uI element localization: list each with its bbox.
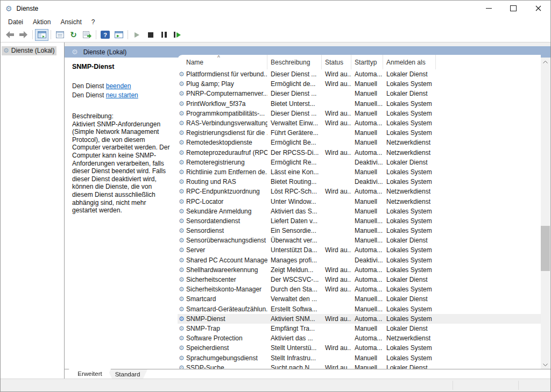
table-row[interactable]: ⚙ Remoteregistrierung Ermöglicht Re... D… <box>178 158 541 167</box>
service-logon-cell: Lokales System <box>383 354 436 362</box>
service-name-cell: ⚙ Smartcard <box>178 295 267 303</box>
service-logon-cell: Lokales System <box>383 266 436 274</box>
service-name-cell: ⚙ Plattformdienst für verbund... <box>178 70 267 78</box>
service-status-cell: Wird au... <box>322 188 351 195</box>
forward-button[interactable] <box>17 29 30 41</box>
service-logon-cell: Lokaler Dienst <box>383 70 436 78</box>
menu-ansicht[interactable]: Ansicht <box>55 17 86 27</box>
scroll-down-button[interactable] <box>541 361 550 369</box>
export-list-icon <box>83 31 91 38</box>
menu-aktion[interactable]: Aktion <box>28 17 55 27</box>
table-row[interactable]: ⚙ Sensordienst Ein Sensordie... Manuell.… <box>178 226 541 236</box>
service-gear-icon: ⚙ <box>179 325 186 332</box>
window-title: Dienste <box>17 5 39 12</box>
window-body: ⚙ Dienste (Lokal) ⚙ Dienste (Lokal) SNMP… <box>1 42 550 379</box>
minimize-button[interactable] <box>476 1 501 16</box>
table-row[interactable]: ⚙ Shellhardwareerkennung Zeigt Meldun...… <box>178 265 541 275</box>
table-row[interactable]: ⚙ Sensorüberwachungsdienst Überwacht ver… <box>178 236 541 245</box>
tree-item-dienste-lokal[interactable]: ⚙ Dienste (Lokal) <box>2 46 56 55</box>
table-row[interactable]: ⚙ Sicherheitscenter Der WSCSVC-... Wird … <box>178 275 541 284</box>
restart-service-button[interactable] <box>171 29 184 41</box>
table-row[interactable]: ⚙ Server Unterstützt Da... Wird au... Au… <box>178 245 541 255</box>
table-row[interactable]: ⚙ Routing und RAS Bietet Routing... Deak… <box>178 177 541 187</box>
table-row[interactable]: ⚙ Remoteprozeduraufruf (RPC) Der RPCSS-D… <box>178 148 541 158</box>
column-header-beschreibung[interactable]: Beschreibung <box>267 55 322 69</box>
menu-datei[interactable]: Datei <box>3 17 28 27</box>
table-row[interactable]: ⚙ Software Protection Aktiviert das ... … <box>178 333 541 343</box>
pause-service-button[interactable] <box>157 29 171 41</box>
restart-service-link[interactable]: neu starten <box>106 91 138 99</box>
service-gear-icon: ⚙ <box>179 90 186 97</box>
table-row[interactable]: ⚙ PNRP-Computernamenver... Dieser Dienst… <box>178 89 541 98</box>
table-row[interactable]: ⚙ Plattformdienst für verbund... Dieser … <box>178 69 541 79</box>
service-name-cell: ⚙ Programmkompatibilitäts-... <box>178 110 267 117</box>
refresh-icon: ↻ <box>70 31 77 39</box>
table-row[interactable]: ⚙ Sekundäre Anmeldung Aktiviert das S...… <box>178 206 541 216</box>
tab-standard[interactable]: Standard <box>108 369 147 379</box>
start-service-button[interactable] <box>130 29 144 41</box>
table-row[interactable]: ⚙ Remotedesktopdienste Ermöglicht Be... … <box>178 138 541 147</box>
table-row[interactable]: ⚙ Programmkompatibilitäts-... Dieser Die… <box>178 109 541 118</box>
table-row[interactable]: ⚙ Smartcard Verwaltet den ... Manuell...… <box>178 294 541 304</box>
table-row[interactable]: ⚙ SNMP-Trap Empfängt Tra... Manuell Loka… <box>178 324 541 333</box>
vertical-scrollbar[interactable] <box>541 58 550 369</box>
table-row[interactable]: ⚙ RPC-Endpunktzuordnung Löst RPC-Sch... … <box>178 187 541 196</box>
service-gear-icon: ⚙ <box>179 227 186 234</box>
stop-service-link[interactable]: beenden <box>106 82 131 90</box>
column-header-starttyp[interactable]: Starttyp <box>351 55 383 69</box>
stop-service-icon <box>148 32 153 38</box>
table-row[interactable]: ⚙ Shared PC Account Manager Manages prof… <box>178 255 541 265</box>
service-logon-cell: Lokaler Dienst <box>383 159 436 166</box>
export-list-button[interactable] <box>80 29 94 41</box>
column-header-name[interactable]: Name <box>178 55 267 69</box>
stop-service-button[interactable] <box>144 29 157 41</box>
extended-info-pane: SNMP-Dienst Den Dienst beenden Den Diens… <box>65 58 178 369</box>
view-tabs: Erweitert Standard <box>65 369 550 379</box>
menu-help[interactable]: ? <box>87 17 100 27</box>
help-button[interactable]: ? <box>98 29 112 41</box>
service-name-cell: ⚙ SNMP-Dienst <box>178 315 267 323</box>
service-description-cell: Stellt Unterstü... <box>267 344 322 352</box>
service-startup-cell: Deaktivi... <box>351 178 383 186</box>
table-row[interactable]: ⚙ Plug &amp; Play Ermöglicht de... Wird … <box>178 79 541 89</box>
table-row[interactable]: ⚙ RPC-Locator Unter Window... Manuell Ne… <box>178 196 541 206</box>
service-description-cell: Dieser Dienst ... <box>267 110 322 117</box>
scrollbar-thumb[interactable] <box>541 226 550 271</box>
service-logon-cell: Lokales System <box>383 80 436 88</box>
tab-erweitert[interactable]: Erweitert <box>69 369 111 379</box>
table-row[interactable]: ⚙ Sicherheitskonto-Manager Durch den Sta… <box>178 284 541 294</box>
service-gear-icon: ⚙ <box>179 247 186 253</box>
column-header-status[interactable]: Status <box>322 55 351 69</box>
service-logon-cell: Lokales System <box>383 110 436 117</box>
column-header-anmelden-als[interactable]: Anmelden als <box>383 55 436 69</box>
table-row[interactable]: ⚙ RAS-Verbindungsverwaltung Verwaltet Ei… <box>178 118 541 128</box>
close-icon <box>535 5 541 11</box>
service-name-cell: ⚙ Shellhardwareerkennung <box>178 266 267 274</box>
chevron-up-icon <box>543 61 548 63</box>
service-description-cell: Empfängt Tra... <box>267 325 322 332</box>
scroll-up-button[interactable] <box>541 58 550 66</box>
service-name: Sprachumgebungsdienst <box>186 354 258 362</box>
table-row[interactable]: ⚙ Speicherdienst Stellt Unterstü... Wird… <box>178 343 541 353</box>
table-row[interactable]: ⚙ Richtlinie zum Entfernen de... Lässt e… <box>178 167 541 177</box>
table-row[interactable]: ⚙ Registrierungsdienst für die ... Führt… <box>178 128 541 138</box>
show-console-tree-button[interactable] <box>35 29 48 41</box>
table-row[interactable]: ⚙ PrintWorkflow_5f37a Bietet Unterst... … <box>178 99 541 109</box>
service-startup-cell: Manuell... <box>351 227 383 234</box>
table-row[interactable]: ⚙ Smartcard-Geräteaufzählun... Erstellt … <box>178 304 541 314</box>
service-name-cell: ⚙ Registrierungsdienst für die ... <box>178 129 267 137</box>
close-button[interactable] <box>526 1 550 16</box>
back-icon <box>6 31 14 38</box>
table-row[interactable]: ⚙ Sprachumgebungsdienst Stellt Infrastru… <box>178 353 541 362</box>
show-action-pane-button[interactable] <box>112 29 125 41</box>
service-gear-icon: ⚙ <box>179 149 186 156</box>
table-row[interactable]: ⚙ Sensordatendienst Liefert Daten v... M… <box>178 216 541 226</box>
refresh-button[interactable]: ↻ <box>67 29 80 41</box>
table-row[interactable]: ⚙ SNMP-Dienst Aktiviert SNM... Wird au..… <box>178 314 541 324</box>
back-button[interactable] <box>3 29 17 41</box>
properties-button[interactable] <box>53 29 67 41</box>
maximize-button[interactable] <box>501 1 526 16</box>
service-description-cell: Unter Window... <box>267 198 322 205</box>
service-description-cell: Ermöglicht de... <box>267 80 322 88</box>
service-name: Shellhardwareerkennung <box>186 266 258 274</box>
